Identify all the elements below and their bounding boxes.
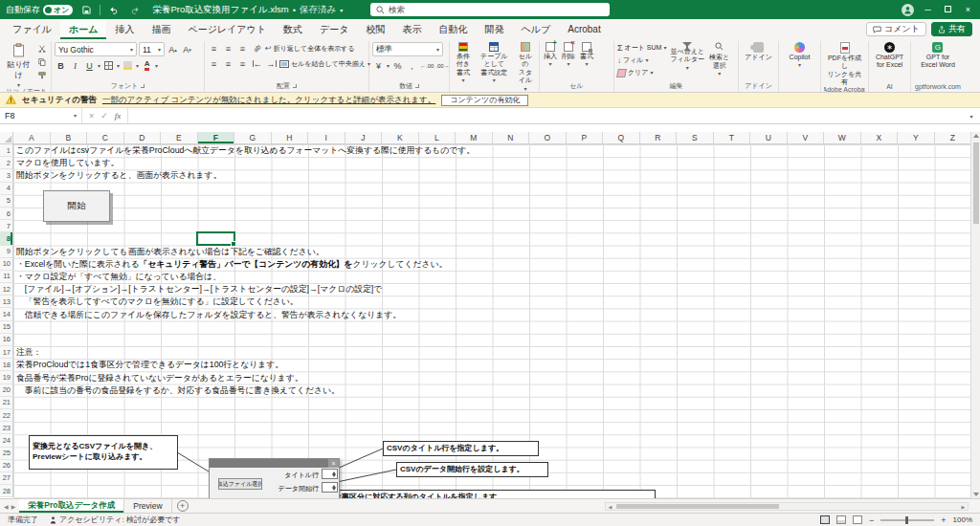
increase-decimal-icon[interactable]: ←.00 <box>420 59 434 72</box>
column-header-Q[interactable]: Q <box>603 132 640 144</box>
chatgpt-for-excel-button[interactable]: ∗ ChatGPT for Excel <box>875 42 904 70</box>
column-header-Y[interactable]: Y <box>898 132 935 144</box>
search-input[interactable] <box>389 5 604 14</box>
vertical-scrollbar-thumb[interactable] <box>973 142 979 224</box>
fill-color-button[interactable] <box>122 59 134 72</box>
column-header-L[interactable]: L <box>419 132 457 144</box>
format-painter-icon[interactable] <box>35 69 48 81</box>
ribbon-tab-開発[interactable]: 開発 <box>477 19 513 39</box>
format-as-table-button[interactable]: テーブルとして 書式設定 ▾ <box>477 42 512 83</box>
paste-button[interactable]: 貼り付け ▾ <box>5 42 33 89</box>
page-break-view-button[interactable] <box>853 515 862 524</box>
column-header-G[interactable]: G <box>234 132 272 144</box>
column-header-O[interactable]: O <box>529 132 567 144</box>
column-header-T[interactable]: T <box>714 132 751 144</box>
selected-cell-F8[interactable] <box>196 231 235 246</box>
wrap-text-button[interactable]: ↩ 折り返して全体を表示する <box>265 43 355 55</box>
search-box[interactable] <box>370 3 610 16</box>
autosum-button[interactable]: Σ オート SUM ▾ <box>617 42 666 54</box>
sheet-tab-Preview[interactable]: Preview <box>124 499 171 513</box>
row-header-9[interactable]: 9 <box>0 246 13 258</box>
delete-cells-button[interactable]: 削除 ▾ <box>561 42 576 67</box>
zoom-slider-thumb[interactable] <box>905 516 908 524</box>
column-header-N[interactable]: N <box>493 132 530 144</box>
bold-button[interactable]: B <box>55 59 67 72</box>
comma-format-icon[interactable]: , <box>406 59 418 72</box>
scroll-up-icon[interactable] <box>973 134 979 138</box>
column-header-P[interactable]: P <box>567 132 604 144</box>
number-dialog-launcher-icon[interactable] <box>415 84 419 88</box>
align-center-icon[interactable]: ≡ <box>222 57 234 70</box>
clear-button[interactable]: クリア ▾ <box>617 67 666 78</box>
addins-button[interactable]: アドイン <box>744 42 773 61</box>
minimize-icon[interactable]: ─ <box>922 5 934 14</box>
row-header-10[interactable]: 10 <box>0 258 13 271</box>
column-header-V[interactable]: V <box>788 132 825 144</box>
percent-format-icon[interactable]: % <box>391 59 404 72</box>
ribbon-tab-ファイル[interactable]: ファイル <box>4 19 60 39</box>
file-select-button[interactable]: 取込ファイル選択 <box>218 478 262 490</box>
column-header-J[interactable]: J <box>345 132 383 144</box>
grid-canvas[interactable]: このファイルはcsvファイルを栄養ProCloudへ献立データを取り込めるフォー… <box>13 144 970 498</box>
insert-cells-button[interactable]: 挿入 ▾ <box>543 42 558 67</box>
column-header-S[interactable]: S <box>677 132 714 144</box>
font-size-select[interactable]: 11▾ <box>139 42 165 56</box>
column-header-A[interactable]: A <box>13 132 51 144</box>
row-header-24[interactable]: 24 <box>0 434 13 447</box>
sheet-nav-left-icon[interactable]: ◀ <box>4 503 9 510</box>
underline-button[interactable]: U <box>83 59 96 72</box>
ribbon-tab-データ[interactable]: データ <box>311 19 357 39</box>
row-header-13[interactable]: 13 <box>0 296 13 308</box>
horizontal-scrollbar-thumb[interactable] <box>616 504 779 509</box>
align-middle-icon[interactable]: ≡ <box>222 42 234 55</box>
alignment-dialog-launcher-icon[interactable] <box>293 84 297 88</box>
cancel-entry-icon[interactable]: × <box>89 111 94 121</box>
expand-formula-bar-icon[interactable]: ▾ <box>963 108 980 123</box>
zoom-out-icon[interactable]: − <box>869 515 874 525</box>
row-header-7[interactable]: 7 <box>0 220 13 232</box>
dialog-close-icon[interactable]: × <box>328 459 339 468</box>
row-header-23[interactable]: 23 <box>0 422 13 434</box>
row-header-4[interactable]: 4 <box>0 183 13 195</box>
align-top-icon[interactable]: ≡ <box>208 42 220 55</box>
formula-input[interactable] <box>128 108 963 123</box>
dialog-title-bar[interactable]: × <box>210 459 339 468</box>
normal-view-button[interactable] <box>820 515 830 524</box>
increase-indent-icon[interactable]: → <box>265 57 278 70</box>
name-box[interactable]: F8 ▾ <box>0 108 82 123</box>
decrease-decimal-icon[interactable]: .00→ <box>435 59 449 72</box>
font-color-button[interactable]: A <box>141 59 153 72</box>
ribbon-tab-描画[interactable]: 描画 <box>143 19 179 39</box>
find-select-button[interactable]: 検索と 選択 ▾ <box>708 42 730 77</box>
ribbon-tab-挿入[interactable]: 挿入 <box>106 19 143 39</box>
ribbon-tab-ヘルプ[interactable]: ヘルプ <box>513 19 560 39</box>
row-header-11[interactable]: 11 <box>0 271 13 283</box>
row-header-6[interactable]: 6 <box>0 208 13 220</box>
row-header-3[interactable]: 3 <box>0 169 13 182</box>
align-bottom-icon[interactable]: ≡ <box>236 42 249 55</box>
cell-styles-button[interactable]: セルの スタイル ▾ <box>515 42 536 92</box>
format-cells-button[interactable]: 書式 ▾ <box>579 42 594 67</box>
borders-button[interactable] <box>102 59 115 72</box>
row-header-18[interactable]: 18 <box>0 359 13 371</box>
column-header-M[interactable]: M <box>456 132 493 144</box>
row-header-26[interactable]: 26 <box>0 460 13 472</box>
accessibility-status[interactable]: アクセシビリティ: 検討が必要です <box>50 515 181 525</box>
decrease-font-size-icon[interactable]: A▾ <box>181 43 193 55</box>
column-header-F[interactable]: F <box>198 132 235 144</box>
confirm-entry-icon[interactable]: ✓ <box>100 111 108 121</box>
align-right-icon[interactable]: ≡ <box>236 57 249 70</box>
row-header-5[interactable]: 5 <box>0 195 13 208</box>
number-format-select[interactable]: 標準▾ <box>372 42 443 56</box>
ribbon-tab-校閲[interactable]: 校閲 <box>358 19 394 39</box>
undo-icon[interactable] <box>106 3 122 16</box>
column-header-R[interactable]: R <box>640 132 678 144</box>
ribbon-tab-自動化[interactable]: 自動化 <box>431 19 477 39</box>
hscroll-left-icon[interactable]: ◀ <box>606 504 614 510</box>
column-header-E[interactable]: E <box>161 132 198 144</box>
title-dropdown-icon[interactable]: ▾ <box>340 7 343 13</box>
share-button[interactable]: 共有 <box>931 22 972 36</box>
page-layout-view-button[interactable] <box>836 515 846 524</box>
ribbon-tab-ホーム[interactable]: ホーム <box>60 19 106 39</box>
enable-content-button[interactable]: コンテンツの有効化 <box>441 95 528 106</box>
